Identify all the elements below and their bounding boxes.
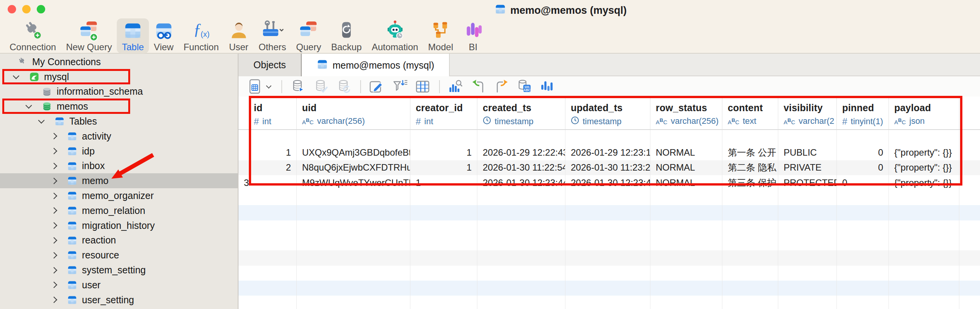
chevron-right-icon[interactable]	[51, 207, 57, 214]
empty-row	[238, 266, 980, 281]
new-query-icon	[78, 20, 100, 41]
sidebar-item-resource[interactable]: resource	[0, 248, 238, 263]
chevron-down-icon[interactable]	[38, 117, 45, 124]
traffic-lights	[8, 5, 45, 13]
toolbar-item-bi[interactable]: BI	[458, 18, 488, 53]
sidebar-item-idp[interactable]: idp	[0, 144, 238, 159]
toolbar-item-automation[interactable]: Automation	[367, 18, 423, 53]
chevron-right-icon[interactable]	[51, 178, 57, 184]
tab-active-label: memo@memos (mysql)	[333, 60, 434, 71]
toolbar-divider	[281, 80, 282, 93]
sidebar-item-user-setting[interactable]: user_setting	[0, 293, 238, 307]
sidebar-item-inbox[interactable]: inbox	[0, 159, 238, 174]
model-icon	[431, 20, 451, 41]
chevron-right-icon[interactable]	[51, 192, 57, 199]
table-icon	[67, 235, 77, 246]
edit-record-icon[interactable]	[368, 78, 385, 95]
toolbar-item-function[interactable]: ƒ (x) Function	[178, 18, 224, 53]
sidebar-item-memo-organizer[interactable]: memo_organizer	[0, 188, 238, 203]
toolbar-item-query[interactable]: Query	[291, 18, 326, 53]
sidebar-item-my-connections[interactable]: My Connections	[0, 54, 238, 69]
sidebar-item-label: memo_relation	[82, 205, 145, 216]
annotation-box-table-data	[249, 96, 962, 186]
chevron-down-icon[interactable]	[266, 83, 271, 88]
table-icon	[67, 146, 77, 156]
minimize-button[interactable]	[22, 5, 31, 13]
sidebar-item-mysql[interactable]: mysql	[0, 69, 238, 84]
toolbar-item-label: Table	[122, 42, 144, 53]
begin-transaction-icon[interactable]	[289, 78, 307, 95]
data-dictionary-icon[interactable]: 101 ABC	[516, 78, 533, 95]
sidebar-item-user[interactable]: user	[0, 278, 238, 293]
record-sheet-icon[interactable]	[246, 78, 264, 95]
toolbar-item-model[interactable]: Model	[423, 18, 458, 53]
chevron-right-icon[interactable]	[51, 237, 57, 243]
chart-icon[interactable]	[447, 78, 464, 95]
sidebar-item-information-schema[interactable]: information_schema	[0, 84, 238, 99]
automation-icon	[384, 20, 406, 41]
table-icon	[67, 265, 77, 275]
chevron-right-icon[interactable]	[51, 222, 57, 229]
database-gray-icon	[42, 87, 52, 97]
table-icon	[67, 280, 77, 290]
toolbar-item-user[interactable]: User	[224, 18, 254, 53]
toolbar-item-view[interactable]: View	[149, 18, 179, 53]
connection-plug-icon	[17, 57, 28, 67]
histogram-icon[interactable]	[539, 78, 556, 95]
connection-icon	[22, 20, 44, 41]
redo-arrow-icon[interactable]	[493, 78, 510, 95]
toolbar-divider	[360, 80, 361, 93]
filter-sort-icon[interactable]	[391, 78, 408, 95]
empty-row	[238, 205, 980, 220]
sidebar-item-system-setting[interactable]: system_setting	[0, 263, 238, 278]
chevron-right-icon[interactable]	[51, 297, 57, 303]
chevron-right-icon[interactable]	[51, 252, 57, 258]
chevron-right-icon[interactable]	[51, 267, 57, 273]
tab-memo-table[interactable]: memo@memos (mysql)	[302, 54, 450, 77]
sidebar-item-memo-relation[interactable]: memo_relation	[0, 203, 238, 218]
chevron-right-icon[interactable]	[51, 133, 57, 140]
undo-arrow-icon[interactable]	[470, 78, 487, 95]
toolbar-item-label: Query	[296, 42, 321, 53]
sidebar-item-partial[interactable]	[0, 307, 238, 309]
table-icon	[54, 116, 65, 127]
table-icon	[67, 161, 77, 171]
svg-text:ABC: ABC	[523, 88, 530, 92]
tab-objects-label: Objects	[253, 59, 286, 71]
toolbar-item-table[interactable]: Table	[117, 18, 149, 53]
sidebar-item-label: migration_history	[82, 220, 155, 231]
tab-bar: Objects memo@memos (mysql)	[238, 54, 980, 76]
sidebar-item-migration-history[interactable]: migration_history	[0, 218, 238, 233]
toolbar-item-others[interactable]: Others	[254, 18, 291, 53]
others-icon	[261, 20, 284, 41]
sidebar-item-memo[interactable]: memo	[0, 173, 238, 188]
empty-row	[238, 220, 980, 235]
toolbar-item-backup[interactable]: Backup	[326, 18, 367, 53]
grid-view-icon[interactable]	[414, 78, 431, 95]
close-button[interactable]	[8, 5, 16, 13]
chevron-right-icon[interactable]	[51, 148, 57, 154]
sidebar-item-memos[interactable]: memos	[0, 99, 238, 114]
sidebar-item-activity[interactable]: activity	[0, 129, 238, 144]
zoom-button[interactable]	[37, 5, 45, 13]
sidebar-item-label: Tables	[69, 116, 97, 127]
tab-objects[interactable]: Objects	[238, 54, 302, 76]
view-icon	[154, 20, 173, 41]
table-icon	[67, 205, 77, 216]
toolbar-item-label: New Query	[66, 42, 112, 53]
table-icon	[67, 191, 77, 201]
empty-row	[238, 296, 980, 309]
chevron-right-icon[interactable]	[51, 163, 57, 169]
toolbar-item-connection[interactable]: Connection	[5, 18, 61, 53]
user-icon	[229, 20, 249, 41]
toolbar-item-label: BI	[469, 42, 477, 53]
toolbar-item-new-query[interactable]: New Query	[61, 18, 117, 53]
sidebar-item-tables[interactable]: Tables	[0, 114, 238, 129]
svg-text:ƒ: ƒ	[193, 20, 201, 38]
query-icon	[298, 20, 319, 41]
empty-row	[238, 250, 980, 265]
chevron-right-icon[interactable]	[51, 282, 57, 288]
table-icon	[67, 176, 77, 186]
grid-toolbar: 101 ABC	[238, 76, 980, 97]
sidebar-item-reaction[interactable]: reaction	[0, 233, 238, 248]
